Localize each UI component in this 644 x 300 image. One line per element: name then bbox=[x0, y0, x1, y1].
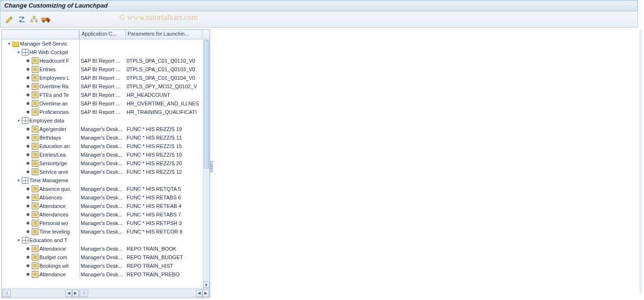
vertical-scroll-thumb[interactable] bbox=[204, 40, 209, 169]
grid-icon bbox=[22, 237, 28, 244]
tree-cell-name[interactable]: Employees L bbox=[2, 74, 79, 82]
toolbar-other-object[interactable] bbox=[17, 15, 27, 24]
hscroll-grip-2[interactable]: ⠿ bbox=[80, 290, 88, 297]
tree-cell-name[interactable]: Service anni bbox=[2, 168, 79, 176]
panel-splitter[interactable] bbox=[210, 28, 213, 298]
tree-row[interactable]: Bookings witManager's Desk...REPO TRAIN_… bbox=[2, 262, 210, 270]
tree-cell-name[interactable]: ▾Education and T bbox=[2, 236, 79, 244]
tree-row[interactable]: ▾Education and T bbox=[2, 236, 210, 244]
tree-cell-name[interactable]: Entries/Lea bbox=[2, 150, 79, 159]
tree-row[interactable]: Absence quoManager's Desk...FUNC * HIS R… bbox=[2, 185, 210, 193]
tree-cell-name[interactable]: Budget com bbox=[2, 253, 79, 262]
tree-cell-name[interactable]: ▾Manager Self-Servic bbox=[2, 39, 79, 48]
document-icon bbox=[32, 211, 38, 218]
tree-cell-name[interactable]: Attendance bbox=[2, 270, 79, 279]
detail-scrollbar[interactable] bbox=[639, 29, 642, 293]
toolbar-display-change[interactable] bbox=[4, 15, 15, 24]
tree-cell-name[interactable]: Attendances bbox=[2, 210, 79, 219]
tree-row[interactable]: Education anManager's Desk...FUNC * HIS … bbox=[2, 142, 210, 150]
tree-cell-name[interactable]: Headcount F bbox=[2, 56, 79, 65]
splitter-grip-icon[interactable] bbox=[210, 161, 213, 172]
tree-cell-application: Manager's Desk... bbox=[79, 185, 126, 193]
hscroll-right-1[interactable]: ▶ bbox=[72, 290, 79, 297]
hscroll-grip-1[interactable]: ⠿ bbox=[2, 290, 11, 297]
document-icon bbox=[32, 143, 38, 150]
tree-row[interactable]: ▾Time Manageme bbox=[2, 176, 210, 185]
tree-cell-name[interactable]: Attendance bbox=[2, 202, 79, 210]
tree-row[interactable]: Overtime anSAP BI Report ...HR_OVERTIME_… bbox=[2, 99, 210, 108]
tree-row[interactable]: Time levelingManager's Desk...FUNC * HIS… bbox=[2, 227, 210, 236]
tree-cell-parameters: 0TPLS_0PY_MC02_Q0102_V bbox=[126, 82, 202, 91]
tree-cell-name[interactable]: Overtime an bbox=[2, 99, 79, 108]
document-icon bbox=[32, 245, 38, 252]
expand-toggle-icon[interactable]: ▾ bbox=[16, 116, 21, 125]
tree-row[interactable]: Headcount FSAP BI Report ...0TPLS_0PA_C0… bbox=[2, 56, 210, 65]
tree-row[interactable]: ▾HR Web Cockpit bbox=[2, 48, 210, 56]
scroll-down-button[interactable]: ▼ bbox=[203, 281, 210, 288]
tree-cell-name[interactable]: Education an bbox=[2, 142, 79, 150]
tree-row[interactable]: Entries/LeaManager's Desk...FUNC * HIS R… bbox=[2, 150, 210, 159]
tree-row[interactable]: Seniority/geManager's Desk...FUNC * HIS … bbox=[2, 159, 210, 168]
tree-cell-application: Manager's Desk... bbox=[79, 168, 126, 176]
toolbar-where-used[interactable] bbox=[29, 15, 39, 24]
column-header-name[interactable] bbox=[2, 30, 79, 39]
tree-cell-name[interactable]: Attendance bbox=[2, 244, 79, 253]
document-icon bbox=[32, 83, 38, 90]
tree-row[interactable]: AbsencesManager's Desk...FUNC * HIS RETA… bbox=[2, 193, 210, 202]
tree-row[interactable]: AttendanceManager's Desk...REPO TRAIN_PR… bbox=[2, 270, 210, 279]
tree-row[interactable]: Service anniManager's Desk...FUNC * HIS … bbox=[2, 168, 210, 176]
vertical-scrollbar[interactable] bbox=[203, 39, 210, 288]
tree-row[interactable]: Overtime RaSAP BI Report ...0TPLS_0PY_MC… bbox=[2, 82, 210, 91]
tree-cell-name[interactable]: Personal wo bbox=[2, 219, 79, 227]
column-header-application[interactable]: Application C... bbox=[79, 30, 126, 39]
tree-row[interactable]: ▾Manager Self-Servic bbox=[2, 39, 210, 48]
tree-cell-name[interactable]: Overtime Ra bbox=[2, 82, 79, 91]
tree-node-label: Employee data bbox=[29, 116, 64, 125]
tree-node-label: Personal wo bbox=[39, 219, 68, 227]
tree-cell-name[interactable]: Entries bbox=[2, 65, 79, 74]
tree-cell-name[interactable]: Absence quo bbox=[2, 185, 79, 193]
document-icon bbox=[32, 100, 38, 107]
tree-row[interactable]: EntriesSAP BI Report ...0TPLS_0PA_C01_Q0… bbox=[2, 65, 210, 74]
tree-cell-name[interactable]: Birthdays bbox=[2, 133, 79, 142]
document-icon bbox=[32, 228, 38, 235]
tree-row[interactable]: AttendanceManager's Desk...FUNC * HIS RE… bbox=[2, 202, 210, 210]
tree-row[interactable]: Budget comManager's Desk...REPO TRAIN_BU… bbox=[2, 253, 210, 262]
tree-cell-name[interactable]: Seniority/ge bbox=[2, 159, 79, 168]
tree-cell-name[interactable]: Proficiencies bbox=[2, 108, 79, 116]
tree-row[interactable]: Personal woManager's Desk...FUNC * HIS R… bbox=[2, 219, 210, 227]
tree-row[interactable]: BirthdaysManager's Desk...FUNC * HIS REZ… bbox=[2, 133, 210, 142]
tree-cell-name[interactable]: ▾Employee data bbox=[2, 116, 79, 125]
tree-row[interactable]: Employees LSAP BI Report ...0TPLS_0PA_C0… bbox=[2, 74, 210, 82]
tree-cell-name[interactable]: Time leveling bbox=[2, 227, 79, 236]
tree-row[interactable]: AttendancesManager's Desk...FUNC * HIS R… bbox=[2, 210, 210, 219]
tree-row[interactable]: Age/genderManager's Desk...FUNC * HIS RE… bbox=[2, 125, 210, 133]
tree-cell-name[interactable]: ▾HR Web Cockpit bbox=[2, 48, 79, 56]
expand-toggle-icon[interactable]: ▾ bbox=[16, 236, 21, 244]
hscroll-left-1[interactable]: ◀ bbox=[65, 290, 72, 297]
expand-toggle-icon[interactable]: ▾ bbox=[7, 39, 11, 48]
tree-cell-name[interactable]: ▾Time Manageme bbox=[2, 176, 79, 185]
expand-toggle-icon[interactable]: ▾ bbox=[16, 176, 21, 185]
document-icon bbox=[32, 160, 38, 167]
tree-cell-name[interactable]: Age/gender bbox=[2, 125, 79, 133]
hscroll-left-2[interactable]: ◀ bbox=[196, 290, 202, 297]
toolbar-transport[interactable] bbox=[41, 15, 52, 24]
tree-row[interactable]: AttendanceManager's Desk...REPO TRAIN_BO… bbox=[2, 244, 210, 253]
tree-cell-parameters: HR_OVERTIME_AND_ILLNES bbox=[126, 99, 202, 108]
column-header-parameters[interactable]: Parameters for Launchin... bbox=[126, 30, 202, 39]
hscroll-right-2[interactable]: ▶ bbox=[202, 290, 209, 297]
tree-cell-name[interactable]: Bookings wit bbox=[2, 262, 79, 270]
expand-toggle-icon[interactable]: ▾ bbox=[16, 48, 21, 56]
tree-cell-name[interactable]: Absences bbox=[2, 193, 79, 202]
tree-cell-application: Manager's Desk... bbox=[79, 133, 126, 142]
title-bar: Change Customizing of Launchpad bbox=[0, 0, 638, 11]
tree-row[interactable]: ProficienciesSAP BI Report ...HR_TRAININ… bbox=[2, 108, 210, 116]
tree-body[interactable]: ▾Manager Self-Servic▾HR Web CockpitHeadc… bbox=[2, 39, 210, 288]
tree-cell-name[interactable]: FTEs and Te bbox=[2, 91, 79, 99]
tree-row[interactable]: ▾Employee data bbox=[2, 116, 210, 125]
tree-cell-parameters: FUNC * HIS REZZ/S 19 bbox=[126, 125, 202, 133]
tree-row[interactable]: FTEs and TeSAP BI Report ...HR_HEADCOUNT bbox=[2, 91, 210, 99]
bullet-icon bbox=[27, 102, 29, 105]
tree-cell-application: Manager's Desk... bbox=[79, 159, 126, 168]
